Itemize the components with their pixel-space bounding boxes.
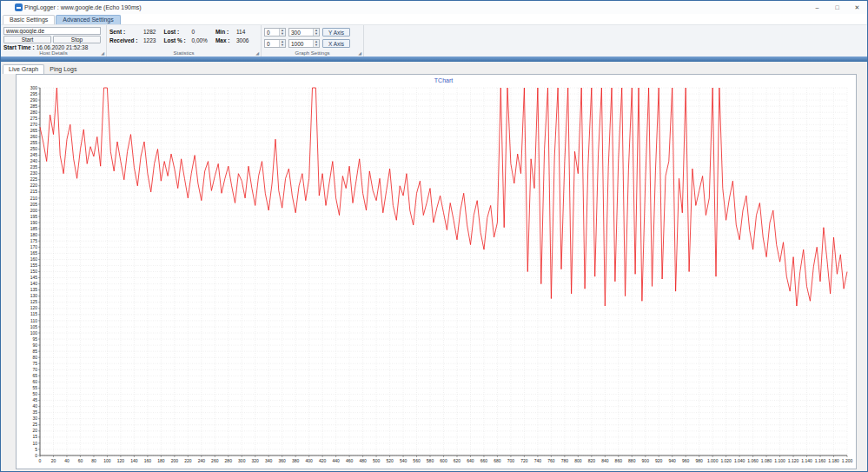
svg-text:800: 800	[574, 458, 582, 463]
svg-text:340: 340	[265, 458, 273, 463]
svg-text:105: 105	[30, 324, 38, 329]
svg-text:1.040: 1.040	[734, 458, 745, 463]
lost-pct-value: 0,00%	[191, 37, 207, 44]
svg-text:260: 260	[211, 458, 219, 463]
tab-basic-settings[interactable]: Basic Settings	[3, 15, 55, 24]
stop-button[interactable]: Stop	[53, 36, 101, 43]
app-window: PingLogger : www.google.de (Echo 190ms) …	[0, 0, 868, 472]
svg-text:100: 100	[30, 330, 38, 336]
y-axis-button[interactable]: Y Axis	[322, 28, 350, 37]
svg-text:1.140: 1.140	[801, 458, 812, 463]
close-button[interactable]: ✕	[847, 1, 867, 14]
svg-text:900: 900	[642, 458, 650, 463]
svg-text:180: 180	[157, 458, 165, 463]
spin-down-icon[interactable]: ▼	[314, 32, 319, 36]
svg-text:980: 980	[696, 458, 704, 463]
chart-panel: 0510152025303540455055606570758085909510…	[16, 74, 857, 469]
svg-text:100: 100	[103, 458, 111, 463]
svg-text:480: 480	[359, 458, 367, 463]
titlebar[interactable]: PingLogger : www.google.de (Echo 190ms) …	[1, 1, 867, 14]
svg-text:15: 15	[32, 434, 37, 439]
svg-text:60: 60	[78, 458, 83, 463]
svg-text:240: 240	[30, 158, 38, 163]
spin-down-icon[interactable]: ▼	[314, 43, 319, 47]
svg-text:280: 280	[30, 110, 38, 115]
svg-text:245: 245	[30, 152, 38, 157]
graph-settings-launcher-icon[interactable]: ◢	[358, 51, 361, 56]
received-value: 1223	[143, 37, 156, 44]
tab-live-graph[interactable]: Live Graph	[3, 64, 44, 74]
app-icon	[15, 3, 23, 11]
svg-text:960: 960	[682, 458, 690, 463]
svg-text:235: 235	[30, 164, 38, 170]
statistics-col-3: Min : 114 Max : 3006	[215, 27, 248, 50]
svg-text:230: 230	[30, 170, 38, 176]
svg-text:190: 190	[30, 220, 38, 225]
svg-text:60: 60	[32, 379, 37, 384]
received-stat: Received : 1223	[109, 37, 156, 44]
svg-text:140: 140	[30, 281, 38, 286]
svg-text:20: 20	[51, 458, 56, 463]
svg-text:270: 270	[30, 122, 38, 127]
svg-text:80: 80	[91, 458, 96, 463]
svg-text:860: 860	[615, 458, 623, 463]
svg-text:1.160: 1.160	[815, 458, 826, 463]
x-axis-row: ▲ ▼ ▲ ▼ X Axis	[264, 38, 359, 48]
svg-text:500: 500	[373, 458, 381, 463]
min-stat: Min : 114	[215, 29, 248, 36]
y-min-spin-buttons: ▲ ▼	[279, 29, 285, 36]
x-max-spinner: ▲ ▼	[288, 39, 320, 48]
svg-text:285: 285	[30, 103, 38, 109]
svg-text:1.180: 1.180	[828, 458, 839, 463]
svg-text:380: 380	[292, 458, 300, 463]
max-value: 3006	[236, 37, 248, 44]
svg-text:265: 265	[30, 128, 38, 133]
max-label: Max :	[215, 37, 235, 44]
tab-advanced-settings[interactable]: Advanced Settings	[56, 15, 120, 24]
svg-text:255: 255	[30, 140, 38, 145]
svg-text:20: 20	[32, 428, 37, 433]
svg-text:680: 680	[494, 458, 501, 463]
window-controls: – □ ✕	[807, 1, 867, 14]
lost-stat: Lost : 0	[163, 29, 207, 36]
host-input[interactable]	[3, 27, 101, 35]
svg-text:780: 780	[561, 458, 569, 463]
spin-down-icon[interactable]: ▼	[280, 43, 285, 47]
host-details-group-label: Host Details	[1, 50, 106, 56]
svg-text:30: 30	[32, 415, 37, 421]
svg-text:1.100: 1.100	[774, 458, 785, 463]
start-button[interactable]: Start	[3, 36, 51, 43]
ribbon: Start Stop Start Time : 16.06.2020 21:52…	[1, 25, 867, 57]
statistics-launcher-icon[interactable]: ◢	[255, 51, 259, 56]
svg-text:225: 225	[30, 176, 38, 182]
maximize-button[interactable]: □	[827, 1, 847, 14]
svg-text:5: 5	[35, 447, 37, 452]
svg-text:660: 660	[480, 458, 488, 463]
svg-text:50: 50	[32, 391, 37, 396]
svg-text:0: 0	[39, 458, 42, 463]
svg-text:195: 195	[30, 214, 38, 219]
svg-text:295: 295	[30, 91, 38, 96]
svg-text:460: 460	[346, 458, 354, 463]
svg-text:25: 25	[32, 422, 37, 427]
minimize-button[interactable]: –	[807, 1, 827, 14]
svg-text:55: 55	[32, 385, 37, 390]
svg-text:300: 300	[30, 85, 38, 90]
spin-down-icon[interactable]: ▼	[280, 32, 285, 36]
tab-ping-logs[interactable]: Ping Logs	[44, 65, 82, 74]
svg-text:170: 170	[30, 244, 38, 249]
svg-text:65: 65	[32, 373, 37, 378]
svg-text:400: 400	[305, 458, 313, 463]
min-value: 114	[236, 29, 245, 36]
svg-text:220: 220	[30, 183, 38, 188]
svg-text:1.080: 1.080	[761, 458, 772, 463]
svg-text:145: 145	[30, 275, 38, 280]
x-axis-button[interactable]: X Axis	[322, 39, 350, 48]
svg-text:440: 440	[332, 458, 340, 463]
svg-text:0: 0	[35, 453, 37, 458]
host-details-launcher-icon[interactable]: ◢	[101, 51, 104, 56]
svg-text:880: 880	[628, 458, 636, 463]
svg-text:120: 120	[30, 305, 38, 310]
y-max-spin-buttons: ▲ ▼	[313, 29, 319, 36]
svg-text:640: 640	[467, 458, 474, 463]
